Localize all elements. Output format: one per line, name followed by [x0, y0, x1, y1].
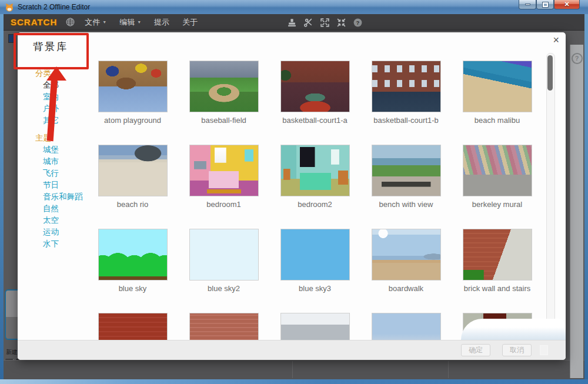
sidebar-item-underwater[interactable]: 水下 — [35, 238, 94, 250]
backdrop-thumbnail — [98, 313, 168, 340]
tips-help-icon: ? — [572, 53, 583, 64]
backdrop-item-clear-sky[interactable] — [360, 310, 452, 340]
scrollbar-track[interactable] — [546, 53, 555, 336]
window-controls: ✕ — [519, 0, 580, 9]
window-border-bottom — [0, 379, 588, 384]
scratch-app-window: Scratch 2 Offline Editor ✕ SCRATCH 文件▼编辑… — [0, 0, 588, 384]
language-globe-icon[interactable] — [65, 17, 75, 27]
backdrop-item-bench-view[interactable]: bench with view — [360, 142, 452, 226]
backdrop-item-brick-stairs[interactable]: brick wall and stairs — [452, 226, 543, 310]
maximize-button[interactable] — [536, 0, 554, 9]
backdrop-thumbnail — [280, 145, 350, 196]
backdrop-grid: atom playgroundbaseball-fieldbasketball-… — [87, 58, 543, 340]
sidebar-item-nature[interactable]: 自然 — [35, 203, 94, 215]
backdrop-thumbnail — [372, 61, 441, 112]
sidebar-item-outdoor[interactable]: 户外 — [35, 103, 94, 115]
close-window-button[interactable]: ✕ — [554, 0, 580, 9]
delete-icon[interactable] — [303, 18, 313, 28]
duplicate-icon[interactable] — [287, 18, 297, 28]
backdrop-thumbnail — [189, 229, 259, 281]
backdrop-thumbnail — [280, 61, 350, 112]
backdrop-thumbnail — [189, 145, 259, 196]
menu-tips[interactable]: 提示 — [154, 17, 169, 28]
dialog-footer: 确定 取消 — [18, 340, 566, 360]
backdrop-label: brick wall and stairs — [464, 284, 530, 293]
scrollbar-thumb[interactable] — [547, 55, 553, 91]
backdrop-item-bedroom1[interactable]: bedroom1 — [178, 142, 269, 226]
cancel-button[interactable]: 取消 — [502, 344, 532, 356]
library-sidebar: 分类全部室内户外其它主题城堡城市飞行节日音乐和舞蹈自然太空运动水下 — [35, 68, 94, 256]
backdrop-thumbnail — [463, 61, 532, 112]
menu-label: 文件 — [85, 17, 100, 28]
sidebar-section: 主题城堡城市飞行节日音乐和舞蹈自然太空运动水下 — [35, 132, 94, 250]
backdrop-label: basketball-court1-a — [282, 116, 348, 125]
sidebar-section-header: 主题 — [35, 132, 94, 144]
backdrop-item-blue-sky[interactable]: blue sky — [87, 226, 178, 310]
toolbar-icons: ? — [287, 14, 363, 31]
sidebar-item-city[interactable]: 城市 — [35, 156, 94, 168]
sidebar-item-sports[interactable]: 运动 — [35, 226, 94, 238]
help-icon[interactable]: ? — [353, 18, 363, 28]
scratch-logo: SCRATCH — [11, 17, 57, 27]
backdrop-label: atom playground — [104, 116, 161, 125]
grow-icon[interactable] — [320, 18, 330, 28]
menu-label: 提示 — [154, 17, 169, 28]
svg-text:?: ? — [356, 19, 360, 26]
menu-about[interactable]: 关于 — [182, 17, 198, 28]
minimize-icon — [525, 4, 530, 5]
backdrop-item-building[interactable] — [269, 310, 360, 340]
shrink-icon[interactable] — [336, 18, 346, 28]
backdrop-item-brick2[interactable] — [178, 310, 269, 340]
menubar: SCRATCH 文件▼编辑▼提示关于 ? — [4, 14, 584, 31]
sidebar-item-holiday[interactable]: 节日 — [35, 179, 94, 191]
backdrop-thumbnail — [98, 61, 168, 112]
sidebar-item-indoor[interactable]: 室内 — [35, 91, 94, 103]
sidebar-item-music-dance[interactable]: 音乐和舞蹈 — [35, 191, 94, 203]
titlebar: Scratch 2 Offline Editor ✕ — [0, 0, 588, 14]
backdrop-item-boardwalk[interactable]: boardwalk — [360, 226, 452, 310]
backdrop-label: blue sky — [119, 284, 147, 293]
ok-button[interactable]: 确定 — [461, 344, 490, 356]
backdrop-label: baseball-field — [201, 116, 246, 125]
ghost-pages-icon — [540, 345, 548, 355]
backdrop-item-brick1[interactable] — [87, 310, 178, 340]
minimize-button[interactable] — [519, 0, 536, 9]
backdrop-item-baseball-field[interactable]: baseball-field — [178, 58, 269, 142]
backdrop-label: bedroom1 — [206, 200, 241, 209]
sidebar-item-all[interactable]: 全部 — [35, 79, 94, 91]
backdrop-item-berkeley-mural[interactable]: berkeley mural — [452, 142, 543, 226]
chevron-down-icon: ▼ — [102, 20, 106, 24]
window-border-right — [584, 14, 588, 379]
panel-divider — [292, 361, 293, 378]
backdrop-label: berkeley mural — [472, 200, 522, 209]
backdrop-thumbnail — [372, 313, 441, 340]
backdrop-thumbnail — [463, 145, 532, 196]
annotation-red-box — [14, 33, 89, 69]
backdrop-item-blue-sky3[interactable]: blue sky3 — [269, 226, 360, 310]
backdrop-item-beach-malibu[interactable]: beach malibu — [452, 58, 543, 142]
menu-edit[interactable]: 编辑▼ — [119, 17, 141, 28]
dialog-close-icon[interactable]: × — [553, 35, 559, 45]
backdrop-item-basketball-b[interactable]: basketball-court1-b — [360, 58, 452, 142]
arrow-head — [46, 66, 66, 81]
sidebar-item-flying[interactable]: 飞行 — [35, 168, 94, 179]
chevron-down-icon: ▼ — [137, 20, 141, 24]
backdrop-item-beach-rio[interactable]: beach rio — [87, 142, 178, 226]
backdrop-item-blue-sky2[interactable]: blue sky2 — [178, 226, 269, 310]
backdrop-label: beach rio — [117, 200, 148, 209]
sidebar-item-space[interactable]: 太空 — [35, 215, 94, 226]
sidebar-item-castle[interactable]: 城堡 — [35, 144, 94, 156]
backdrop-thumbnail — [463, 229, 532, 281]
menu-file[interactable]: 文件▼ — [85, 17, 106, 28]
scratch-cat-icon — [5, 3, 14, 12]
maximize-icon — [543, 2, 548, 7]
sidebar-item-other[interactable]: 其它 — [35, 115, 94, 126]
backdrop-item-basketball-a[interactable]: basketball-court1-a — [269, 58, 360, 142]
backdrop-label: blue sky2 — [208, 284, 240, 293]
backdrop-item-atom-playground[interactable]: atom playground — [87, 58, 178, 142]
backdrop-thumbnail — [372, 229, 441, 281]
backdrop-label: boardwalk — [389, 284, 423, 293]
backdrop-thumbnail — [280, 313, 350, 340]
backdrop-library-dialog: 背景库 × 分类全部室内户外其它主题城堡城市飞行节日音乐和舞蹈自然太空运动水下 … — [18, 32, 566, 360]
backdrop-item-bedroom2[interactable]: bedroom2 — [269, 142, 360, 226]
